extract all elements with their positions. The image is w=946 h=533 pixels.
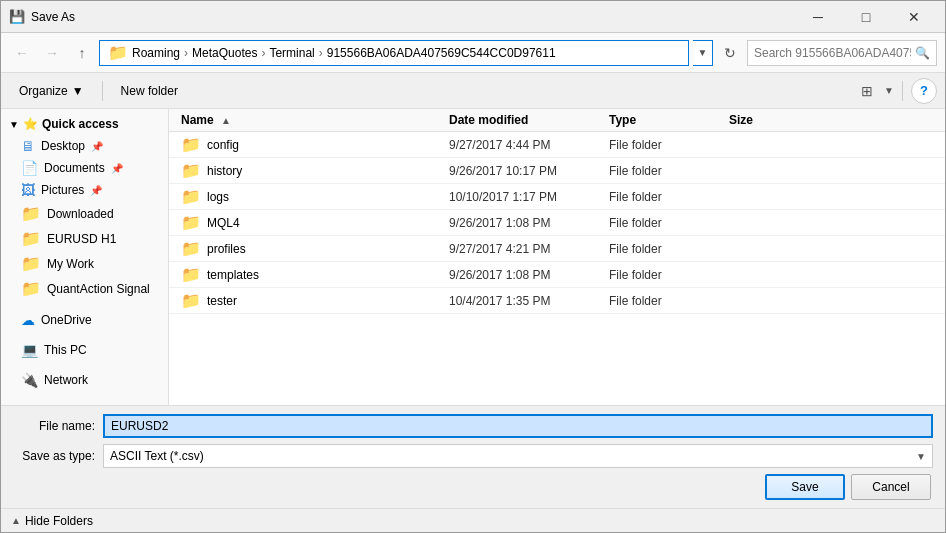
file-name: history [207,164,242,178]
quantaction-icon: 📁 [21,279,41,298]
table-row[interactable]: 📁 logs 10/10/2017 1:17 PM File folder [169,184,945,210]
minimize-button[interactable]: ─ [795,1,841,33]
address-dropdown[interactable]: ▼ [693,40,713,66]
savetype-dropdown-icon: ▼ [916,451,926,462]
sidebar-sep-1 [1,301,168,309]
file-type-cell: File folder [609,138,729,152]
file-name-cell: 📁 templates [169,265,449,284]
search-input[interactable] [754,46,911,60]
sidebar-item-downloaded[interactable]: 📁 Downloaded [1,201,168,226]
sidebar-thispc-label: This PC [44,343,87,357]
refresh-button[interactable]: ↻ [717,40,743,66]
folder-icon: 📁 [181,213,201,232]
address-bar: ← → ↑ 📁 Roaming › MetaQuotes › Terminal … [1,33,945,73]
file-name-cell: 📁 MQL4 [169,213,449,232]
sidebar-onedrive-label: OneDrive [41,313,92,327]
file-name: templates [207,268,259,282]
table-row[interactable]: 📁 history 9/26/2017 10:17 PM File folder [169,158,945,184]
table-row[interactable]: 📁 profiles 9/27/2017 4:21 PM File folder [169,236,945,262]
col-name-header[interactable]: Name ▲ [169,113,449,127]
view-icon: ⊞ [861,83,873,99]
sidebar-eurusdh1-label: EURUSD H1 [47,232,116,246]
toolbar-sep-2 [902,81,903,101]
filename-input[interactable] [103,414,933,438]
file-date-cell: 10/4/2017 1:35 PM [449,294,609,308]
col-size-header[interactable]: Size [729,113,809,127]
path-guid: 915566BA06ADA407569C544CC0D97611 [327,46,556,60]
table-row[interactable]: 📁 templates 9/26/2017 1:08 PM File folde… [169,262,945,288]
sidebar-item-desktop[interactable]: 🖥 Desktop 📌 [1,135,168,157]
path-sep-1: › [184,46,188,60]
sidebar-item-network[interactable]: 🔌 Network [1,369,168,391]
pictures-pin-icon: 📌 [90,185,102,196]
file-type-cell: File folder [609,294,729,308]
new-folder-label: New folder [121,84,178,98]
path-sep-2: › [261,46,265,60]
view-button[interactable]: ⊞ [854,78,880,104]
bottom-buttons: Save Cancel [13,474,933,500]
folder-icon: 📁 [181,239,201,258]
file-date-cell: 9/26/2017 10:17 PM [449,164,609,178]
desktop-icon: 🖥 [21,138,35,154]
sidebar-item-mywork[interactable]: 📁 My Work [1,251,168,276]
file-type-cell: File folder [609,164,729,178]
sidebar-item-eurusdh1[interactable]: 📁 EURUSD H1 [1,226,168,251]
organize-button[interactable]: Organize ▼ [9,79,94,103]
col-date-header[interactable]: Date modified [449,113,609,127]
sidebar-pictures-label: Pictures [41,183,84,197]
sidebar-quantaction-label: QuantAction Signal [47,282,150,296]
file-date-cell: 9/26/2017 1:08 PM [449,216,609,230]
folder-icon: 📁 [181,161,201,180]
file-type-cell: File folder [609,216,729,230]
chevron-up-icon: ▲ [11,515,21,526]
col-type-header[interactable]: Type [609,113,729,127]
maximize-button[interactable]: □ [843,1,889,33]
main-content: ▼ ⭐ Quick access 🖥 Desktop 📌 📄 Documents… [1,109,945,405]
help-button[interactable]: ? [911,78,937,104]
sidebar-item-quantaction[interactable]: 📁 QuantAction Signal [1,276,168,301]
file-type-cell: File folder [609,190,729,204]
sidebar-quick-access-header[interactable]: ▼ ⭐ Quick access [1,113,168,135]
file-rows-container: 📁 config 9/27/2017 4:44 PM File folder 📁… [169,132,945,314]
sidebar-desktop-label: Desktop [41,139,85,153]
file-date-cell: 9/26/2017 1:08 PM [449,268,609,282]
table-row[interactable]: 📁 config 9/27/2017 4:44 PM File folder [169,132,945,158]
organize-chevron-icon: ▼ [72,84,84,98]
sidebar-mywork-label: My Work [47,257,94,271]
file-name-cell: 📁 profiles [169,239,449,258]
documents-icon: 📄 [21,160,38,176]
savetype-select[interactable]: ASCII Text (*.csv) ▼ [103,444,933,468]
address-path[interactable]: 📁 Roaming › MetaQuotes › Terminal › 9155… [99,40,689,66]
sidebar-item-thispc[interactable]: 💻 This PC [1,339,168,361]
new-folder-button[interactable]: New folder [111,79,188,103]
file-name-cell: 📁 tester [169,291,449,310]
file-name: tester [207,294,237,308]
hide-folders-label: Hide Folders [25,514,93,528]
sidebar-item-pictures[interactable]: 🖼 Pictures 📌 [1,179,168,201]
folder-icon: 📁 [181,187,201,206]
forward-button[interactable]: → [39,40,65,66]
up-button[interactable]: ↑ [69,40,95,66]
onedrive-icon: ☁ [21,312,35,328]
search-box[interactable]: 🔍 [747,40,937,66]
close-button[interactable]: ✕ [891,1,937,33]
file-name: logs [207,190,229,204]
dialog-title: Save As [31,10,795,24]
table-row[interactable]: 📁 tester 10/4/2017 1:35 PM File folder [169,288,945,314]
table-row[interactable]: 📁 MQL4 9/26/2017 1:08 PM File folder [169,210,945,236]
folder-icon: 📁 [181,291,201,310]
quick-access-chevron-icon: ▼ [9,119,19,130]
quick-access-icon: ⭐ [23,117,38,131]
cancel-button[interactable]: Cancel [851,474,931,500]
sidebar-item-documents[interactable]: 📄 Documents 📌 [1,157,168,179]
file-name-cell: 📁 history [169,161,449,180]
save-button[interactable]: Save [765,474,845,500]
file-list[interactable]: Name ▲ Date modified Type Size 📁 config [169,109,945,405]
back-button[interactable]: ← [9,40,35,66]
sidebar-item-onedrive[interactable]: ☁ OneDrive [1,309,168,331]
hide-folders-button[interactable]: ▲ Hide Folders [11,514,93,528]
file-name-cell: 📁 logs [169,187,449,206]
sidebar-documents-label: Documents [44,161,105,175]
organize-label: Organize [19,84,68,98]
toolbar-separator [102,81,103,101]
